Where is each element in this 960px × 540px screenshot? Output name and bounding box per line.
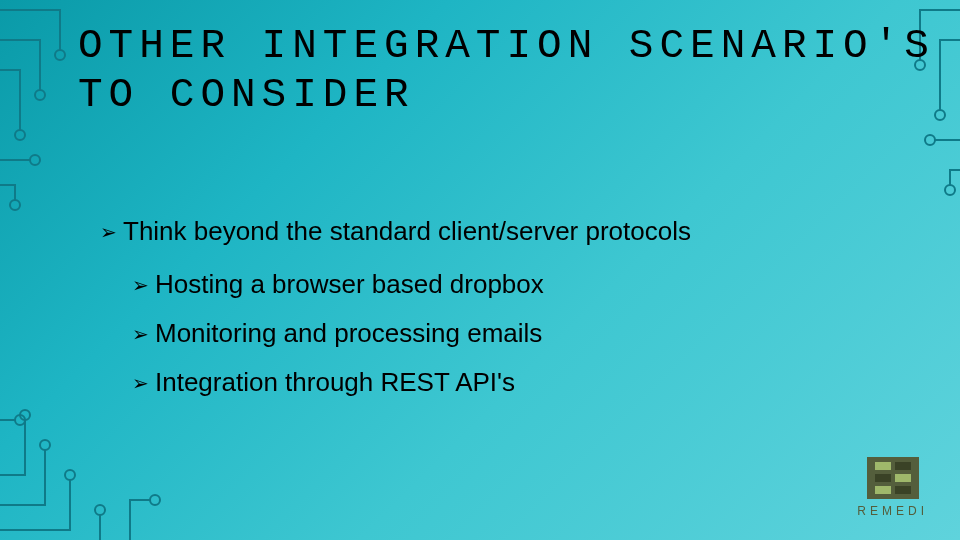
bullet-arrow-icon: ➢ bbox=[132, 272, 149, 299]
svg-point-14 bbox=[150, 495, 160, 505]
bullet-arrow-icon: ➢ bbox=[132, 321, 149, 348]
bullet-text: Hosting a browser based dropbox bbox=[155, 267, 544, 302]
logo-mark-icon bbox=[867, 457, 919, 499]
svg-point-13 bbox=[95, 505, 105, 515]
bullet-text: Integration through REST API's bbox=[155, 365, 515, 400]
svg-point-10 bbox=[40, 440, 50, 450]
bullet-sub: ➢ Monitoring and processing emails bbox=[132, 316, 691, 351]
svg-point-12 bbox=[15, 415, 25, 425]
bullet-text: Monitoring and processing emails bbox=[155, 316, 542, 351]
logo-text: REMEDI bbox=[857, 504, 928, 518]
bullet-text: Think beyond the standard client/server … bbox=[123, 214, 691, 249]
svg-point-4 bbox=[10, 200, 20, 210]
svg-point-7 bbox=[925, 135, 935, 145]
bullet-list: ➢ Think beyond the standard client/serve… bbox=[100, 214, 691, 414]
bullet-sub: ➢ Integration through REST API's bbox=[132, 365, 691, 400]
bullet-arrow-icon: ➢ bbox=[132, 370, 149, 397]
svg-point-8 bbox=[945, 185, 955, 195]
brand-logo: REMEDI bbox=[857, 457, 928, 518]
svg-point-9 bbox=[65, 470, 75, 480]
svg-point-3 bbox=[30, 155, 40, 165]
bullet-sub: ➢ Hosting a browser based dropbox bbox=[132, 267, 691, 302]
slide-title: OTHER INTEGRATION SCENARIO'S TO CONSIDER bbox=[78, 22, 960, 120]
svg-point-1 bbox=[35, 90, 45, 100]
svg-point-2 bbox=[15, 130, 25, 140]
bullet-arrow-icon: ➢ bbox=[100, 219, 117, 246]
bullet-main: ➢ Think beyond the standard client/serve… bbox=[100, 214, 691, 249]
svg-point-11 bbox=[20, 410, 30, 420]
svg-point-0 bbox=[55, 50, 65, 60]
